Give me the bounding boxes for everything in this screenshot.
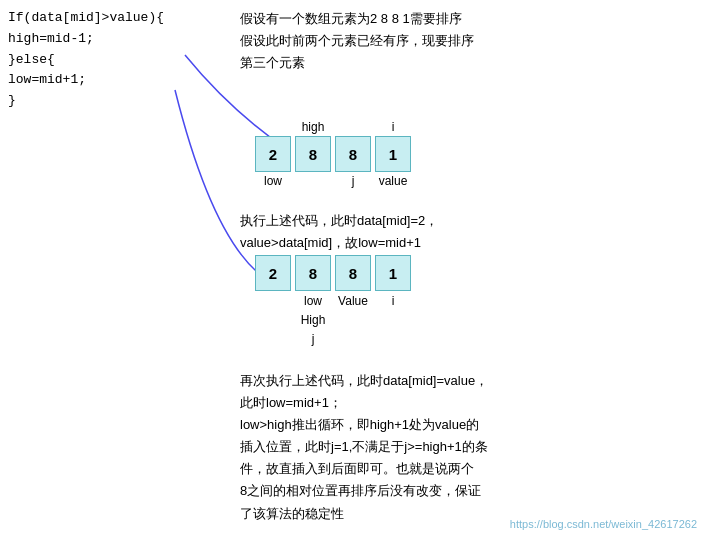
array2-section: 2 8 8 1 low Value i High j — [255, 255, 411, 347]
array1-cell-1: 8 — [295, 136, 331, 172]
array2-cell-2: 8 — [335, 255, 371, 291]
array2-lb1-3: i — [375, 293, 411, 310]
array1-label-below-0: low — [255, 174, 291, 188]
desc-bot-line5: 件，故直插入到后面即可。也就是说两个 — [240, 458, 488, 480]
desc-bot-line6: 8之间的相对位置再排序后没有改变，保证 — [240, 480, 488, 502]
desc-bot-line3: low>high推出循环，即high+1处为value的 — [240, 414, 488, 436]
array1-label-below-3: value — [375, 174, 411, 188]
code-line-2: high=mid-1; — [8, 29, 164, 50]
array1-row: 2 8 8 1 — [255, 136, 411, 172]
array2-cell-3: 1 — [375, 255, 411, 291]
code-block: If(data[mid]>value){ high=mid-1; }else{ … — [8, 8, 164, 112]
desc-top-line2: 假设此时前两个元素已经有序，现要排序 — [240, 30, 474, 52]
array1-cell-0: 2 — [255, 136, 291, 172]
code-line-1: If(data[mid]>value){ — [8, 8, 164, 29]
array2-lb1-2: Value — [335, 293, 371, 310]
desc-bot-line4: 插入位置，此时j=1,不满足于j>=high+1的条 — [240, 436, 488, 458]
array1-label-below-2: j — [335, 174, 371, 188]
array2-cell-0: 2 — [255, 255, 291, 291]
array1-cell-2: 8 — [335, 136, 371, 172]
array1-section: high i 2 8 8 1 low j value — [255, 118, 411, 188]
array2-lb1-1: low — [295, 293, 331, 310]
array2-cell-1: 8 — [295, 255, 331, 291]
code-line-5: } — [8, 91, 164, 112]
desc-bottom: 再次执行上述代码，此时data[mid]=value， 此时low=mid+1；… — [240, 370, 488, 525]
desc-middle: 执行上述代码，此时data[mid]=2， value>data[mid]，故l… — [240, 210, 438, 254]
array2-lb3-1: j — [295, 331, 331, 348]
array1-cell-3: 1 — [375, 136, 411, 172]
array2-lb2-1: High — [295, 312, 331, 329]
desc-mid-line2: value>data[mid]，故low=mid+1 — [240, 232, 438, 254]
watermark: https://blog.csdn.net/weixin_42617262 — [510, 518, 697, 530]
desc-top-line3: 第三个元素 — [240, 52, 474, 74]
desc-top-line1: 假设有一个数组元素为2 8 8 1需要排序 — [240, 8, 474, 30]
array1-label-above-1: high — [295, 120, 331, 134]
desc-top: 假设有一个数组元素为2 8 8 1需要排序 假设此时前两个元素已经有序，现要排序… — [240, 8, 474, 74]
code-line-4: low=mid+1; — [8, 70, 164, 91]
desc-bot-line2: 此时low=mid+1； — [240, 392, 488, 414]
desc-bot-line1: 再次执行上述代码，此时data[mid]=value， — [240, 370, 488, 392]
array2-row: 2 8 8 1 — [255, 255, 411, 291]
code-line-3: }else{ — [8, 50, 164, 71]
array1-label-above-3: i — [375, 120, 411, 134]
desc-mid-line1: 执行上述代码，此时data[mid]=2， — [240, 210, 438, 232]
desc-bot-line7: 了该算法的稳定性 — [240, 503, 488, 525]
